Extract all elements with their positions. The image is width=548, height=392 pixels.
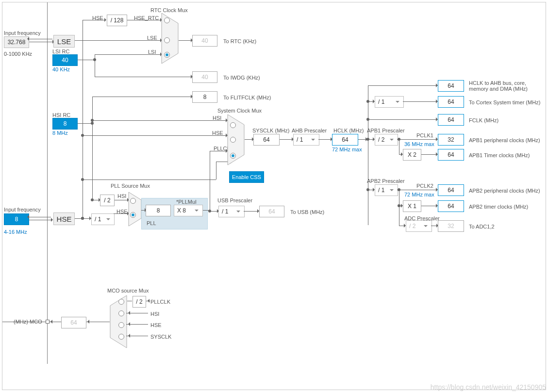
apb1-max: 36 MHz max (404, 141, 434, 147)
lse-block[interactable]: LSE (53, 35, 75, 48)
rtc-hse-rtc: HSE_RTC (134, 15, 159, 21)
apb2-presc[interactable]: / 1 (375, 184, 398, 196)
rtc-mux-hse[interactable] (164, 17, 170, 23)
rtc-lse: LSE (147, 35, 157, 41)
apb1-periph: 32 (438, 134, 464, 146)
sysmux-title: System Clock Mux (217, 108, 262, 114)
ahb-lbl: AHB Prescaler (292, 128, 327, 133)
rtc-out-lbl: To RTC (KHz) (223, 38, 256, 44)
mco-title: MCO source Mux (107, 288, 149, 294)
pllmul[interactable]: X 8 (174, 205, 203, 216)
apb2-max: 72 MHz max (404, 192, 434, 197)
mco-out: 64 (61, 317, 86, 328)
hse-freq-range: 4-16 MHz (4, 229, 27, 235)
lsi-value: 40 (52, 54, 78, 66)
iwdg-lbl: To IWDG (KHz) (223, 75, 260, 81)
mco-pll: PLLCLK (150, 299, 170, 305)
hclk-out: 64 (438, 80, 464, 92)
adc-lbl: To ADC1,2 (469, 224, 495, 229)
apb2-periph-lbl: APB2 peripheral clocks (MHz) (469, 188, 540, 194)
usb-out: 64 (259, 206, 284, 217)
hsi-note: 8 MHz (52, 130, 68, 136)
hse-prescaler[interactable]: / 1 (91, 213, 115, 225)
cortex-presc[interactable]: / 1 (375, 96, 404, 108)
usb-title: USB Prescaler (217, 197, 252, 203)
pll-mux-hse[interactable] (130, 212, 136, 218)
apb1-tim-mul: X 2 (403, 149, 421, 161)
flitf-lbl: To FLITFCLK (MHz) (223, 95, 271, 100)
hse-block[interactable]: HSE (53, 212, 75, 225)
watermark: https://blog.csdn.net/weixin_42150905 (431, 383, 546, 391)
pll-input: 8 (146, 205, 171, 216)
pll-mux[interactable] (128, 192, 142, 227)
rtc-hse: HSE (92, 15, 103, 21)
mco-div2: / 2 (133, 296, 146, 308)
apb2-tim-lbl: APB2 timer clocks (MHz) (469, 204, 528, 210)
pll-hsi-div2: / 2 (100, 195, 115, 206)
adc-presc[interactable]: / 2 (406, 220, 432, 232)
rtc-out: 40 (192, 35, 217, 47)
pll-label: PLL (147, 220, 156, 226)
iwdg-out: 40 (192, 71, 217, 83)
sysmux-opt-pllclk[interactable] (230, 153, 236, 159)
apb1-tim: 64 (438, 149, 464, 161)
mco-opt-hsi[interactable] (118, 310, 124, 316)
apb2-tim: 64 (438, 200, 464, 212)
fclk-lbl: FCLK (MHz) (469, 117, 498, 123)
svg-marker-1 (129, 192, 141, 226)
ahb-presc[interactable]: / 1 (293, 134, 319, 146)
cortex-val: 64 (438, 96, 464, 108)
flitf-out: 8 (192, 91, 217, 103)
adc-val: 32 (438, 220, 464, 232)
hclk-out-lbl: HCLK to AHB bus, core, memory and DMA (M… (469, 80, 542, 92)
apb1-presc[interactable]: / 2 (375, 134, 398, 146)
mco-hsi: HSI (150, 311, 159, 317)
sysmux-opt-hse[interactable] (230, 137, 236, 143)
sysclk-lbl: SYSCLK (MHz) (252, 128, 289, 133)
rtc-lsi: LSI (148, 49, 156, 55)
mco-opt-sys[interactable] (118, 334, 124, 340)
sysmux-hse: HSE (212, 130, 223, 136)
mco-hse: HSE (150, 322, 162, 328)
hsi-title: HSI RC (52, 112, 70, 118)
hsi-value: 8 (52, 118, 78, 130)
lsi-note: 40 KHz (52, 66, 70, 72)
sysclk-val: 64 (253, 134, 280, 146)
cortex-lbl: To Cortex System timer (MHz) (469, 99, 540, 105)
pclk1: PCLK1 (416, 132, 433, 138)
pll-hse: HSE (116, 209, 128, 214)
fclk-val: 64 (438, 114, 464, 126)
mco-opt-hse[interactable] (118, 322, 124, 328)
mco-out-lbl: (MHz) MCO (14, 319, 42, 325)
hclk-max: 72 MHz max (332, 147, 362, 152)
lse-freq-range: 0-1000 KHz (4, 51, 32, 57)
rtc-mux-lse[interactable] (164, 37, 170, 43)
usb-presc[interactable]: / 1 (218, 206, 245, 217)
enable-css-btn[interactable]: Enable CSS (229, 171, 264, 183)
apb2-tim-mul: X 1 (403, 200, 421, 212)
lsi-title: LSI RC (52, 49, 69, 54)
sysmux-hsi: HSI (213, 115, 221, 121)
rtc-hse-div: / 128 (107, 15, 127, 26)
apb2-title: APB2 Prescaler (367, 178, 405, 184)
apb2-periph: 64 (438, 184, 464, 196)
lse-freq-label: Input frequency (4, 30, 41, 36)
pll-mux-hsi[interactable] (130, 198, 136, 204)
apb1-tim-lbl: APB1 Timer clocks (MHz) (469, 152, 530, 158)
sysmux-opt-hsi[interactable] (230, 122, 236, 128)
hclk-val[interactable]: 64 (332, 134, 358, 146)
pclk2: PCLK2 (416, 183, 433, 189)
hse-freq-label: Input frequency (4, 207, 41, 212)
mco-opt-pll[interactable] (118, 299, 124, 305)
hclk-lbl: HCLK (MHz) (333, 128, 364, 133)
pllmul-lbl: *PLLMul (176, 199, 197, 205)
apb1-title: APB1 Prescaler (367, 128, 405, 133)
pll-title: PLL Source Mux (111, 183, 150, 189)
rtc-mux-lsi[interactable] (164, 52, 170, 58)
apb1-periph-lbl: APB1 peripheral clocks (MHz) (469, 137, 540, 143)
mco-sys: SYSCLK (150, 334, 171, 340)
usb-lbl: To USB (MHz) (290, 209, 324, 215)
pll-hsi: HSI (117, 193, 126, 199)
